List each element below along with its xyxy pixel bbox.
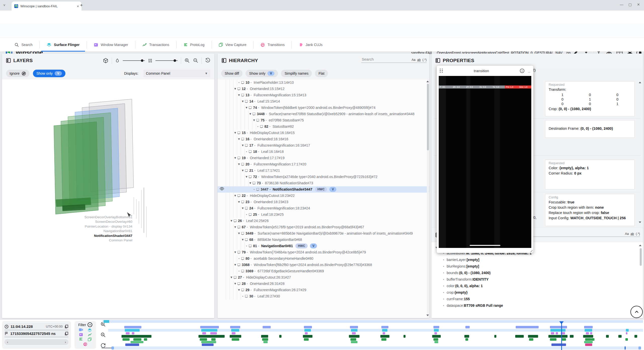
- trace-segment[interactable]: [548, 335, 568, 338]
- trace-segment[interactable]: [232, 332, 235, 334]
- trace-segment[interactable]: [210, 332, 217, 334]
- expand-arrow-icon[interactable]: ▼: [237, 199, 241, 205]
- pin-icon[interactable]: [249, 213, 252, 216]
- pin-icon[interactable]: [249, 150, 252, 153]
- resize-handle-icon[interactable]: [529, 249, 533, 252]
- trace-segment[interactable]: [279, 335, 281, 338]
- tree-row[interactable]: ▼75- ed70f88 StatusBar#75: [218, 117, 429, 123]
- trace-segment[interactable]: [202, 332, 206, 334]
- trace-segment[interactable]: [198, 335, 225, 338]
- pin-icon[interactable]: [241, 201, 244, 203]
- expand-arrow-icon[interactable]: ▼: [230, 218, 233, 224]
- tree-row[interactable]: ▼12- OneHanded:15:15#12: [218, 86, 429, 92]
- trace-segment[interactable]: [125, 343, 139, 346]
- ns-time-field[interactable]: 1715339054227572545 ns: [5, 330, 68, 337]
- human-time-field[interactable]: 11:04:14.228 UTC+00:00: [5, 323, 68, 330]
- transactions-track[interactable]: [108, 335, 643, 338]
- show-diff-button[interactable]: Show diff: [221, 70, 243, 77]
- trace-segment[interactable]: [550, 326, 567, 328]
- screen-recording-icon[interactable]: [79, 328, 83, 332]
- tree-row[interactable]: ▼19- OneHanded:17:17#19: [218, 155, 429, 161]
- trace-segment[interactable]: [232, 338, 239, 341]
- ignore-button[interactable]: Ignore: [6, 70, 29, 77]
- pin-icon[interactable]: [245, 169, 248, 172]
- tree-row[interactable]: ▼73- 8736138 NotificationShade#73: [218, 180, 429, 186]
- pin-icon[interactable]: [237, 132, 240, 134]
- timeline-cursor[interactable]: [561, 323, 562, 350]
- trace-segment[interactable]: [528, 335, 538, 338]
- pin-icon[interactable]: [245, 100, 248, 103]
- tree-row[interactable]: ▼16- OneHanded:16:16#16: [218, 136, 429, 142]
- trace-segment[interactable]: [590, 332, 592, 334]
- expand-arrow-icon[interactable]: ▼: [241, 167, 245, 174]
- trace-segment[interactable]: [618, 335, 622, 338]
- trace-segment[interactable]: [382, 329, 387, 332]
- view-capture-icon[interactable]: [88, 337, 92, 341]
- trace-segment[interactable]: [123, 338, 130, 341]
- trace-segment[interactable]: [433, 326, 439, 328]
- trace-segment[interactable]: [434, 329, 439, 332]
- expand-arrow-icon[interactable]: ▼: [233, 155, 237, 161]
- tree-row[interactable]: ▼13- FullscreenMagnification:15:15#13: [218, 92, 429, 98]
- expand-arrow-icon[interactable]: ▼: [233, 130, 237, 136]
- transactions-icon[interactable]: [88, 333, 92, 336]
- tree-row[interactable]: ▼67- WindowToken{e5176f9 type=2019 andro…: [218, 224, 429, 230]
- pin-icon[interactable]: [241, 289, 244, 291]
- trace-segment[interactable]: [465, 338, 468, 341]
- trace-segment[interactable]: [351, 341, 357, 343]
- trace-segment[interactable]: [380, 335, 389, 338]
- properties-search-field[interactable]: Aa ab (.*): [521, 231, 640, 237]
- transition-overlay-window[interactable]: transition _ P: 0/1dX: 0.0dY: 0.0Xv: 0.0…: [437, 66, 533, 253]
- trace-segment[interactable]: [586, 332, 589, 334]
- tree-row[interactable]: ▼23- OneHanded:18:23#23: [218, 199, 429, 205]
- pin-icon[interactable]: [245, 144, 248, 147]
- tree-row[interactable]: •10- ImePlaceholder:13:14#10: [218, 79, 429, 86]
- range-handle-right[interactable]: [638, 346, 641, 349]
- trace-segment[interactable]: [550, 329, 566, 332]
- expand-arrow-icon[interactable]: ▼: [252, 117, 256, 123]
- tree-row[interactable]: ▼26- Leaf:24:25#26: [218, 218, 429, 224]
- pin-icon[interactable]: [237, 88, 240, 90]
- tree-row[interactable]: •18- Leaf:16:16#18: [218, 149, 429, 155]
- match-case-toggle[interactable]: Aa: [412, 58, 415, 62]
- hierarchy-search-input[interactable]: [361, 57, 410, 62]
- trace-segment[interactable]: [550, 338, 556, 341]
- trace-segment[interactable]: [516, 326, 539, 328]
- zoom-out-icon[interactable]: [193, 58, 198, 63]
- tree-row[interactable]: •82- StatusBar#82: [218, 123, 429, 130]
- tree-row[interactable]: ▼22- HideDisplayCutout:18:23#22: [218, 193, 429, 199]
- pin-icon[interactable]: [237, 264, 240, 266]
- property-row[interactable]: •color: (0, 0, 0), alpha: 1: [431, 284, 643, 290]
- trace-segment[interactable]: [585, 343, 592, 346]
- layer-label[interactable]: ScreenDecorOverlay#60: [95, 220, 132, 224]
- trace-segment[interactable]: [305, 332, 308, 334]
- pin-icon[interactable]: [245, 295, 248, 297]
- trace-segment[interactable]: [201, 341, 216, 343]
- expand-arrow-icon[interactable]: ▼: [233, 262, 237, 268]
- window-close-icon[interactable]: ✕: [637, 3, 640, 7]
- trace-segment[interactable]: [515, 335, 524, 338]
- tree-row[interactable]: ▼3448- Surface(name=ed70f88 StatusBar)/@…: [218, 111, 429, 117]
- trace-segment[interactable]: [132, 332, 135, 334]
- rotation-icon[interactable]: [115, 58, 119, 63]
- trace-segment[interactable]: [634, 335, 637, 338]
- tree-row[interactable]: ▼3449- Surface(name=885b63e NavigationBa…: [218, 230, 429, 237]
- copy-icon[interactable]: [65, 332, 68, 335]
- tab-surface-flinger[interactable]: Surface Flinger: [40, 38, 87, 52]
- expand-arrow-icon[interactable]: ▼: [245, 105, 248, 111]
- new-tab-icon[interactable]: +: [80, 3, 83, 8]
- trace-segment[interactable]: [350, 338, 356, 341]
- tab-transactions[interactable]: Transactions: [135, 38, 176, 52]
- flat-button[interactable]: Flat: [315, 70, 328, 77]
- pin-icon[interactable]: [237, 226, 240, 228]
- window-manager-icon[interactable]: [79, 333, 83, 336]
- timeline-tracks[interactable]: [108, 325, 643, 346]
- layer-label[interactable]: Common Panel: [109, 238, 132, 242]
- pin-icon[interactable]: [253, 113, 255, 115]
- trace-segment[interactable]: [131, 341, 143, 343]
- pin-icon[interactable]: [241, 163, 244, 165]
- surface-flinger-track[interactable]: [108, 329, 643, 332]
- trace-segment[interactable]: [591, 338, 594, 341]
- step-forward-icon[interactable]: ›: [65, 340, 66, 344]
- expand-arrow-icon[interactable]: ▼: [241, 98, 245, 105]
